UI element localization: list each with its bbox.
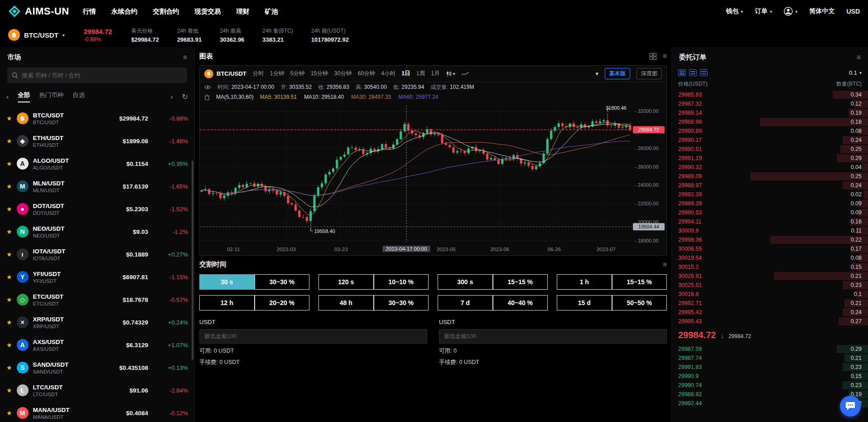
delivery-time-button[interactable]: 12 h	[199, 295, 255, 310]
delivery-percent-button[interactable]: 10~10 %	[374, 274, 429, 290]
timeframe-30分钟[interactable]: 30分钟	[334, 70, 352, 78]
timeframe-1周[interactable]: 1周	[416, 70, 425, 78]
delivery-time-button[interactable]: 7 d	[438, 295, 493, 310]
market-tab[interactable]: 全部	[18, 91, 30, 102]
coin-row[interactable]: ★NNEO/USDTNEO/USDT$9.03-1.2%	[0, 220, 194, 243]
scroll-right-icon[interactable]: ›	[170, 93, 173, 101]
search-input[interactable]	[22, 72, 183, 79]
timeframe-1月[interactable]: 1月	[431, 70, 439, 78]
orderbook-ask-row[interactable]: 29994.110.16	[672, 217, 868, 226]
star-icon[interactable]: ★	[6, 409, 12, 417]
market-tab[interactable]: 热门币种	[39, 91, 63, 102]
delivery-percent-button[interactable]: 30~30 %	[255, 274, 310, 290]
chart-type-select[interactable]: ▾	[446, 71, 455, 77]
orderbook-bid-row[interactable]: 29987.740.21	[672, 354, 868, 363]
candlestick-chart[interactable]: - 32000.00- 30000.00- 28000.00- 26000.00…	[200, 102, 666, 245]
wallet-menu[interactable]: 钱包 ▾	[726, 7, 743, 15]
menu-icon[interactable]: ≡	[183, 53, 187, 62]
chevron-down-icon[interactable]: ▾	[595, 70, 598, 77]
coin-row[interactable]: ★◇ETC/USDTETC/USDT$18.7678-0.57%	[0, 288, 194, 311]
coin-row[interactable]: ★●DOT/USDTDOT/USDT$5.2303-1.52%	[0, 198, 194, 220]
orderbook-bid-row[interactable]: 29992.440.2	[672, 399, 868, 408]
star-icon[interactable]: ★	[6, 183, 12, 190]
menu-icon[interactable]: ≡	[663, 52, 667, 60]
star-icon[interactable]: ★	[6, 251, 12, 258]
timeframe-1分钟[interactable]: 1分钟	[270, 70, 285, 78]
mode-depth-button[interactable]: 深度图	[637, 68, 662, 79]
delivery-percent-button[interactable]: 30~30 %	[374, 295, 429, 310]
orderbook-ask-row[interactable]: 30006.550.17	[672, 244, 868, 253]
timeframe-5分钟[interactable]: 5分钟	[290, 70, 305, 78]
nav-item[interactable]: 交割合约	[153, 7, 179, 16]
book-asks-icon[interactable]	[700, 69, 708, 76]
menu-icon[interactable]: ≡	[663, 261, 667, 269]
orderbook-ask-row[interactable]: 30025.510.23	[672, 281, 868, 290]
orderbook-bid-row[interactable]: 29990.740.23	[672, 381, 868, 390]
brand-logo[interactable]: AIMS-UN	[8, 5, 69, 18]
orders-menu[interactable]: 订单 ▾	[755, 7, 772, 15]
currency-select[interactable]: USD	[846, 8, 860, 15]
orderbook-ask-row[interactable]: 29990.890.08	[672, 126, 868, 136]
nav-item[interactable]: 永续合约	[111, 7, 138, 16]
eye-icon[interactable]	[204, 85, 211, 90]
tab-chart[interactable]: 图表	[199, 52, 213, 61]
precision-select[interactable]: 0.1 ▾	[849, 69, 862, 76]
last-price-row[interactable]: 29984.72 ↓ 29984.72	[672, 326, 868, 344]
nav-item[interactable]: 矿池	[265, 7, 278, 16]
orderbook-ask-row[interactable]: 29990.320.04	[672, 163, 868, 172]
star-icon[interactable]: ★	[6, 273, 12, 281]
book-bids-icon[interactable]	[689, 69, 697, 76]
coin-row[interactable]: ★MMLN/USDTMLN/USDT$17.6139-1.65%	[0, 175, 194, 198]
star-icon[interactable]: ★	[6, 137, 12, 145]
delivery-time-button[interactable]: 120 s	[318, 274, 374, 290]
orderbook-ask-row[interactable]: 30015.20.15	[672, 262, 868, 272]
market-tab[interactable]: 自选	[72, 91, 85, 102]
delivery-time-button[interactable]: 15 d	[557, 295, 612, 310]
coin-row[interactable]: ★YYFI/USDTYFI/USDT$6907.81-1.15%	[0, 266, 194, 288]
orderbook-ask-row[interactable]: 29988.980.18	[672, 117, 868, 126]
timeframe-15分钟[interactable]: 15分钟	[311, 70, 328, 78]
coin-row[interactable]: ★SSAND/USDTSAND/USDT$0.435108+0.13%	[0, 356, 194, 379]
delivery-percent-button[interactable]: 20~20 %	[255, 295, 310, 310]
delivery-time-button[interactable]: 48 h	[318, 295, 374, 310]
star-icon[interactable]: ★	[6, 115, 12, 122]
amount-input[interactable]	[439, 329, 667, 344]
orderbook-ask-row[interactable]: 29988.140.19	[672, 108, 868, 117]
nav-item[interactable]: 行情	[83, 7, 96, 16]
coin-row[interactable]: ★×XRP/USDTXRP/USDT$0.74329+0.24%	[0, 311, 194, 334]
delivery-time-button[interactable]: 30 s	[199, 274, 255, 290]
delivery-time-button[interactable]: 1 h	[557, 274, 612, 290]
timeframe-分时[interactable]: 分时	[253, 70, 264, 78]
coin-row[interactable]: ★AAXS/USDTAXS/USDT$6.3129+1.07%	[0, 334, 194, 356]
star-icon[interactable]: ★	[6, 387, 12, 394]
star-icon[interactable]: ★	[6, 228, 12, 235]
trash-icon[interactable]	[204, 94, 210, 100]
scroll-left-icon[interactable]: ‹	[6, 93, 9, 101]
orderbook-ask-row[interactable]: 29988.970.24	[672, 181, 868, 190]
orderbook-ask-row[interactable]: 30028.910.21	[672, 272, 868, 281]
star-icon[interactable]: ★	[6, 205, 12, 213]
orderbook-ask-row[interactable]: 29989.090.25	[672, 172, 868, 181]
orderbook-ask-row[interactable]: 29998.360.22	[672, 235, 868, 244]
orderbook-ask-row[interactable]: 30019.540.08	[672, 253, 868, 262]
star-icon[interactable]: ★	[6, 319, 12, 326]
orderbook-bid-row[interactable]: 29991.830.23	[672, 363, 868, 372]
mode-basic-button[interactable]: 基本版	[605, 68, 630, 79]
coin-row[interactable]: ★MMANA/USDTMANA/USDT$0.4084-0.12%	[0, 402, 194, 422]
coin-row[interactable]: ★ιIOTA/USDTIOTA/USDT$0.1889+0.27%	[0, 243, 194, 266]
timeframe-1日[interactable]: 1日	[401, 70, 410, 78]
orderbook-ask-row[interactable]: 29992.390.02	[672, 190, 868, 199]
indicator-select[interactable]	[462, 72, 469, 76]
orderbook-ask-row[interactable]: 29995.420.24	[672, 308, 868, 317]
coin-row[interactable]: ★◆ETH/USDTETH/USDT$1899.08-1.48%	[0, 130, 194, 152]
orderbook-ask-row[interactable]: 29989.390.09	[672, 199, 868, 208]
refresh-icon[interactable]: ↻	[182, 92, 188, 101]
delivery-time-button[interactable]: 300 s	[438, 274, 493, 290]
layout-grid-icon[interactable]	[650, 53, 656, 60]
orderbook-ask-row[interactable]: 29995.430.27	[672, 317, 868, 326]
sidebar-scrollbar[interactable]	[192, 160, 193, 360]
orderbook-bid-row[interactable]: 29987.590.29	[672, 344, 868, 354]
orderbook-ask-row[interactable]: 30016.80.1	[672, 290, 868, 299]
orderbook-ask-row[interactable]: 29990.170.24	[672, 136, 868, 145]
orderbook-ask-row[interactable]: 30009.90.11	[672, 226, 868, 235]
